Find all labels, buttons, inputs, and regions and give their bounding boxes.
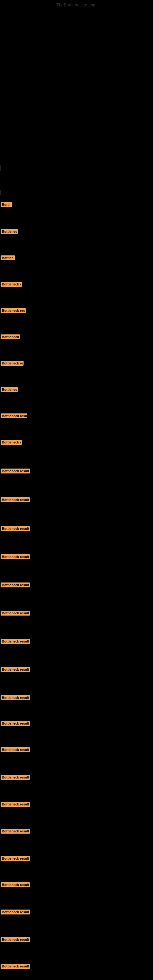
bottleneck-result-item-27[interactable]: Bottleneck result — [1, 910, 30, 915]
bottleneck-result-item-24[interactable]: Bottleneck result — [1, 829, 30, 834]
bottleneck-result-item-16[interactable]: Bottleneck result — [1, 611, 30, 616]
bottleneck-result-item-11[interactable]: Bottleneck result — [1, 469, 30, 474]
bottleneck-result-item-12[interactable]: Bottleneck result — [1, 497, 30, 502]
bottleneck-result-item-15[interactable]: Bottleneck result — [1, 582, 30, 587]
bottleneck-result-item-9[interactable]: Bottleneck resu — [1, 414, 27, 418]
bottleneck-result-item-22[interactable]: Bottleneck result — [1, 775, 30, 780]
bottleneck-result-item-20[interactable]: Bottleneck result — [1, 721, 30, 726]
bottleneck-result-item-5[interactable]: Bottleneck res — [1, 308, 26, 313]
bottleneck-result-item-4[interactable]: Bottleneck r — [1, 282, 22, 286]
bottleneck-result-item-2[interactable]: Bottlenec — [1, 229, 18, 234]
bottleneck-result-item-28[interactable]: Bottleneck result — [1, 937, 30, 942]
bottleneck-result-item-3[interactable]: Bottlen — [1, 255, 15, 260]
bottleneck-result-item-25[interactable]: Bottleneck result — [1, 856, 30, 861]
bottleneck-result-item-23[interactable]: Bottleneck result — [1, 802, 30, 807]
site-title: TheBottlenecker.com — [56, 2, 97, 7]
bottleneck-result-item-17[interactable]: Bottleneck result — [1, 639, 30, 644]
bottleneck-result-item-26[interactable]: Bottleneck result — [1, 882, 30, 887]
bottleneck-result-item-19[interactable]: Bottleneck result — [1, 695, 30, 700]
bottleneck-result-item-18[interactable]: Bottleneck result — [1, 667, 30, 672]
cursor-bar-1 — [1, 165, 1, 171]
bottleneck-result-item-1[interactable]: Bottl — [1, 202, 12, 207]
bottleneck-result-item-14[interactable]: Bottleneck result — [1, 554, 30, 559]
bottleneck-result-item-21[interactable]: Bottleneck result — [1, 747, 30, 752]
bottleneck-result-item-13[interactable]: Bottleneck result — [1, 526, 30, 531]
bottleneck-result-item-7[interactable]: Bottleneck re — [1, 361, 24, 366]
cursor-bar-2 — [1, 190, 1, 196]
bottleneck-result-item-8[interactable]: Bottlenec — [1, 387, 18, 392]
bottleneck-result-item-29[interactable]: Bottleneck result — [1, 964, 30, 969]
bottleneck-result-item-10[interactable]: Bottleneck r — [1, 440, 22, 445]
bottleneck-result-item-6[interactable]: Bottleneck — [1, 334, 20, 339]
